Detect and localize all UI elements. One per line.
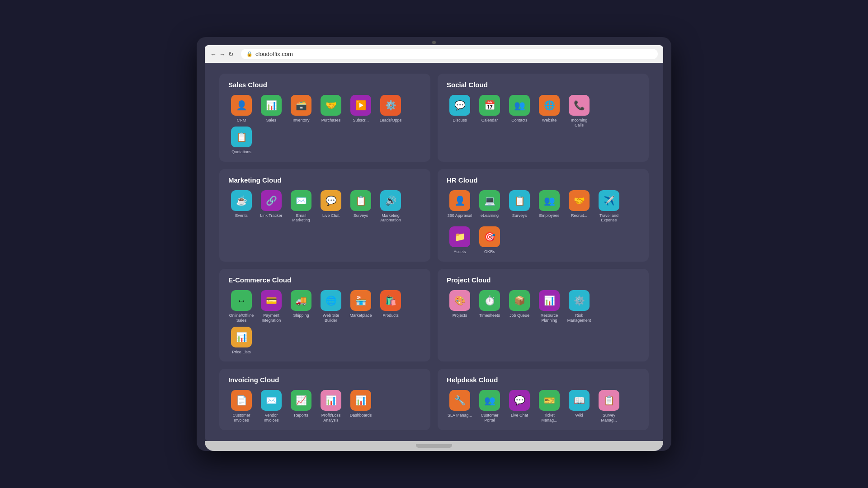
app-item[interactable]: 🎯OKRs (476, 226, 503, 254)
app-item[interactable]: ✉️Vendor Invoices (258, 390, 284, 423)
app-item[interactable]: 💬Discuss (447, 95, 473, 128)
apps-row-project-cloud: 🎨Projects⏱️Timesheets📦Job Queue📊Resource… (447, 290, 640, 323)
app-item[interactable]: 💬Live Chat (318, 190, 344, 223)
app-item[interactable]: 🔗Link Tracker (258, 190, 284, 223)
app-item[interactable]: 💳Payment Integration (258, 290, 284, 323)
app-item[interactable]: 🗃️Inventory (288, 95, 314, 123)
app-label: Recruit... (571, 213, 587, 218)
app-icon: 📊 (261, 95, 282, 116)
app-item[interactable]: 🌐Website (536, 95, 562, 128)
app-item[interactable]: 👥Customer Portal (476, 390, 503, 423)
app-item[interactable]: ↔️Online/Offline Sales (228, 290, 255, 323)
app-item[interactable]: 💬Live Chat (506, 390, 533, 423)
app-item[interactable]: 📈Reports (288, 390, 314, 423)
app-label: Risk Management (566, 313, 592, 323)
app-item[interactable]: 📖Wiki (566, 390, 592, 423)
app-item[interactable]: 📁Assets (447, 226, 473, 254)
app-item[interactable]: 👤CRM (228, 95, 255, 123)
app-item[interactable]: 🎫Ticket Manag... (536, 390, 562, 423)
app-label: Payment Integration (258, 313, 284, 323)
app-item[interactable]: 📊Profit/Loss Analysis (318, 390, 344, 423)
app-item[interactable]: 📊Dashboards (348, 390, 374, 423)
app-item[interactable]: ⚙️Leads/Opps (377, 95, 404, 123)
app-item[interactable]: 📦Job Queue (506, 290, 533, 323)
app-icon: ⚙️ (380, 95, 401, 116)
app-item[interactable]: 🔊Marketing Automation (377, 190, 404, 223)
app-item[interactable]: ☕Events (228, 190, 255, 223)
cloud-card-sales-cloud: Sales Cloud👤CRM📊Sales🗃️Inventory🤝Purchas… (219, 74, 430, 162)
app-item[interactable]: ⚙️Risk Management (566, 290, 592, 323)
app-item[interactable]: 💻eLearning (476, 190, 503, 223)
app-item[interactable]: 📊Sales (258, 95, 284, 123)
app-icon: 🌐 (321, 290, 341, 311)
lock-icon: 🔒 (246, 51, 253, 57)
app-item[interactable]: 🤝Recruit... (566, 190, 592, 223)
app-icon: 📊 (321, 390, 341, 411)
app-label: Discuss (453, 118, 467, 123)
app-item[interactable]: 📋Surveys (348, 190, 374, 223)
apps-row-hr-cloud: 👤360 Appraisal💻eLearning📋Surveys👥Employe… (447, 190, 640, 254)
app-item[interactable]: 📋Surveys (506, 190, 533, 223)
app-label: Price Lists (232, 350, 251, 355)
app-item[interactable]: 📋Survey Manag... (596, 390, 622, 423)
app-item[interactable]: ✈️Travel and Expense (596, 190, 622, 223)
app-label: Quotations (231, 150, 251, 155)
app-label: Profit/Loss Analysis (318, 413, 344, 423)
back-button[interactable]: ← (210, 51, 217, 58)
app-item[interactable]: 📞Incoming Calls (566, 95, 592, 128)
browser-content: Sales Cloud👤CRM📊Sales🗃️Inventory🤝Purchas… (205, 63, 663, 441)
app-icon: ↔️ (231, 290, 252, 311)
app-item[interactable]: 🤝Purchases (318, 95, 344, 123)
laptop-frame: ← → ↻ 🔒 cloudoffix.com Sales Cloud👤CRM📊S… (197, 37, 671, 451)
app-label: Marketing Automation (377, 213, 404, 223)
app-item[interactable]: 🏪Marketplace (348, 290, 374, 323)
browser-nav: ← → ↻ (210, 51, 234, 58)
app-item[interactable]: 📅Calendar (476, 95, 503, 128)
app-item[interactable]: 👥Contacts (506, 95, 533, 128)
app-label: Employees (539, 213, 560, 218)
app-label: OKRs (484, 249, 495, 254)
app-item[interactable]: 📋Quotations (228, 127, 255, 155)
app-label: Vendor Invoices (258, 413, 284, 423)
app-item[interactable]: ✉️Email Marketing (288, 190, 314, 223)
app-icon: 📁 (449, 226, 470, 247)
cloud-title-ecommerce-cloud: E-Commerce Cloud (228, 276, 421, 284)
app-item[interactable]: 👥Employees (536, 190, 562, 223)
app-label: Inventory (292, 118, 309, 123)
app-item[interactable]: 📊Price Lists (228, 327, 255, 355)
apps-row-social-cloud: 💬Discuss📅Calendar👥Contacts🌐Website📞Incom… (447, 95, 640, 128)
app-icon: 📄 (231, 390, 252, 411)
app-label: Timesheets (479, 313, 500, 318)
app-icon: 🌐 (539, 95, 560, 116)
app-icon: 💬 (509, 390, 530, 411)
cloud-title-helpdesk-cloud: Helpdesk Cloud (447, 376, 640, 384)
browser-bar: ← → ↻ 🔒 cloudoffix.com (205, 45, 663, 63)
app-item[interactable]: 📊Resource Planning (536, 290, 562, 323)
app-item[interactable]: 📄Customer Invoices (228, 390, 255, 423)
cloud-title-social-cloud: Social Cloud (447, 81, 640, 89)
app-item[interactable]: 🚚Shipping (288, 290, 314, 323)
cloud-card-marketing-cloud: Marketing Cloud☕Events🔗Link Tracker✉️Ema… (219, 169, 430, 262)
app-item[interactable]: 👤360 Appraisal (447, 190, 473, 223)
app-icon: 💻 (479, 190, 500, 211)
app-icon: 📊 (539, 290, 560, 311)
app-item[interactable]: 🎨Projects (447, 290, 473, 323)
app-item[interactable]: ▶️Subscr... (348, 95, 374, 123)
app-item[interactable]: 🔧SLA Manag... (447, 390, 473, 423)
address-bar[interactable]: 🔒 cloudoffix.com (241, 49, 658, 59)
app-item[interactable]: 🛍️Products (377, 290, 404, 323)
app-label: eLearning (481, 213, 499, 218)
apps-row-invoicing-cloud: 📄Customer Invoices✉️Vendor Invoices📈Repo… (228, 390, 421, 423)
refresh-button[interactable]: ↻ (228, 51, 234, 58)
app-item[interactable]: 🌐Web Site Builder (318, 290, 344, 323)
app-icon: ⏱️ (479, 290, 500, 311)
cloud-card-helpdesk-cloud: Helpdesk Cloud🔧SLA Manag...👥Customer Por… (438, 369, 649, 430)
app-icon: 🛍️ (380, 290, 401, 311)
app-item[interactable]: ⏱️Timesheets (476, 290, 503, 323)
app-label: Surveys (512, 213, 527, 218)
app-icon: 📅 (479, 95, 500, 116)
cloud-title-marketing-cloud: Marketing Cloud (228, 176, 421, 184)
app-icon: 🏪 (350, 290, 371, 311)
app-icon: 📋 (599, 390, 619, 411)
forward-button[interactable]: → (219, 51, 226, 58)
